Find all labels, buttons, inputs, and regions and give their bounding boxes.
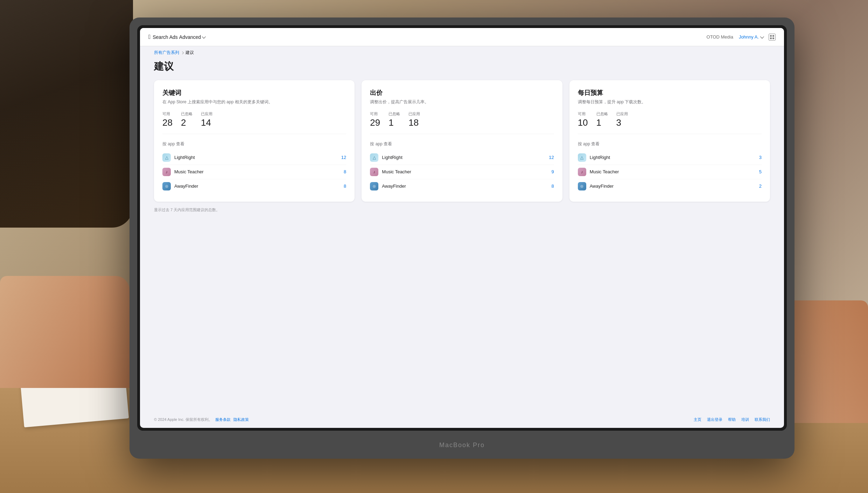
- daily-budget-apps-header: 按 app 查看: [578, 141, 762, 147]
- daily-budget-app-musicteacher[interactable]: ♪ Music Teacher 5: [578, 165, 762, 179]
- bids-app-lightright[interactable]: △ LightRight 12: [370, 151, 554, 165]
- lightright-icon-budget: △: [578, 153, 586, 162]
- musicteacher-icon-budget: ♪: [578, 168, 586, 176]
- svg-rect-0: [770, 35, 772, 37]
- keywords-app-lightright[interactable]: △ LightRight 12: [162, 151, 346, 165]
- keywords-stats: 可用 28 已忽略 2 已应用 14: [162, 111, 346, 134]
- nav-right: OTOD Media Johnny A.: [707, 34, 776, 41]
- nav-mode[interactable]: Advanced: [179, 34, 205, 40]
- awayfinder-icon-budget: ◎: [578, 182, 586, 190]
- advanced-chevron-icon: [202, 34, 206, 38]
- keywords-stat-applied: 已应用 14: [201, 111, 212, 128]
- bids-card-title: 出价: [370, 89, 554, 97]
- awayfinder-icon-bids: ◎: [370, 182, 378, 190]
- left-hand: [0, 276, 130, 388]
- grid-view-button[interactable]: [769, 34, 776, 41]
- daily-budget-app-awayfinder[interactable]: ◎ AwayFinder 2: [578, 179, 762, 193]
- awayfinder-icon: ◎: [162, 182, 171, 190]
- daily-budget-card-title: 每日预算: [578, 89, 762, 97]
- lightright-icon-bids: △: [370, 153, 378, 162]
- bids-apps-header: 按 app 查看: [370, 141, 554, 147]
- breadcrumb-current: 建议: [186, 50, 194, 56]
- bids-app-awayfinder[interactable]: ◎ AwayFinder 8: [370, 179, 554, 193]
- laptop-shell:  Search Ads Advanced OTOD Media Johnny …: [130, 18, 794, 459]
- nav-product-name: Search Ads: [153, 34, 178, 40]
- svg-rect-1: [772, 35, 774, 37]
- cards-area: 关键词 在 App Store 上搜索应用中与您的 app 相关的更多关键词。 …: [140, 80, 784, 202]
- bids-stat-applied: 已应用 18: [408, 111, 420, 128]
- keywords-apps-header: 按 app 查看: [162, 141, 346, 147]
- keywords-card-title: 关键词: [162, 89, 346, 97]
- daily-budget-stat-applied: 已应用 3: [616, 111, 628, 128]
- musicteacher-icon: ♪: [162, 168, 171, 176]
- footer-signout-link[interactable]: 退出登录: [707, 417, 722, 422]
- privacy-link[interactable]: 隐私政策: [233, 417, 249, 422]
- nav-logo:  Search Ads: [148, 34, 178, 41]
- copyright-text: © 2024 Apple Inc. 保留所有权利。: [154, 417, 212, 422]
- svg-rect-3: [772, 37, 774, 39]
- terms-link[interactable]: 服务条款: [215, 417, 231, 422]
- daily-budget-stats: 可用 10 已忽略 1 已应用 3: [578, 111, 762, 134]
- bids-stat-available: 可用 29: [370, 111, 380, 128]
- keywords-stat-available: 可用 28: [162, 111, 173, 128]
- keywords-card-desc: 在 App Store 上搜索应用中与您的 app 相关的更多关键词。: [162, 99, 346, 105]
- keywords-stat-ignored: 已忽略 2: [181, 111, 192, 128]
- breadcrumb-parent[interactable]: 所有广告系列: [154, 50, 179, 56]
- apple-icon: : [148, 34, 150, 41]
- breadcrumb-separator-icon: [181, 51, 184, 54]
- bids-card: 出价 调整出价，提高广告展示几率。 可用 29 已忽略 1 已应用: [362, 80, 562, 202]
- daily-budget-app-lightright[interactable]: △ LightRight 3: [578, 151, 762, 165]
- breadcrumb: 所有广告系列 建议: [140, 46, 784, 57]
- footer-help-link[interactable]: 帮助: [728, 417, 736, 422]
- bids-app-musicteacher[interactable]: ♪ Music Teacher 9: [370, 165, 554, 179]
- person-left-silhouette: [0, 0, 133, 228]
- page-title: 建议: [140, 57, 784, 80]
- footer-note: 显示过去 7 天内应用范围建议的总数。: [140, 202, 784, 216]
- footer-training-link[interactable]: 培训: [741, 417, 749, 422]
- laptop-screen:  Search Ads Advanced OTOD Media Johnny …: [137, 25, 787, 431]
- footer-contact-link[interactable]: 联系我们: [755, 417, 770, 422]
- footer-right: 主页 退出登录 帮助 培训 联系我们: [694, 417, 770, 422]
- musicteacher-icon-bids: ♪: [370, 168, 378, 176]
- daily-budget-stat-available: 可用 10: [578, 111, 588, 128]
- footer-left: © 2024 Apple Inc. 保留所有权利。 服务条款 隐私政策: [154, 417, 249, 422]
- user-chevron-icon: [760, 34, 764, 38]
- macbook-label: MacBook Pro: [439, 442, 485, 449]
- bids-stats: 可用 29 已忽略 1 已应用 18: [370, 111, 554, 134]
- svg-rect-2: [770, 37, 772, 39]
- bids-card-desc: 调整出价，提高广告展示几率。: [370, 99, 554, 105]
- bids-stat-ignored: 已忽略 1: [388, 111, 400, 128]
- bottom-footer: © 2024 Apple Inc. 保留所有权利。 服务条款 隐私政策 主页 退…: [140, 411, 784, 428]
- keywords-app-musicteacher[interactable]: ♪ Music Teacher 8: [162, 165, 346, 179]
- nav-user[interactable]: Johnny A.: [739, 34, 763, 40]
- daily-budget-stat-ignored: 已忽略 1: [596, 111, 608, 128]
- footer-home-link[interactable]: 主页: [694, 417, 701, 422]
- lightright-icon: △: [162, 153, 171, 162]
- daily-budget-card-desc: 调整每日预算，提升 app 下载次数。: [578, 99, 762, 105]
- keywords-app-awayfinder[interactable]: ◎ AwayFinder 8: [162, 179, 346, 193]
- daily-budget-card: 每日预算 调整每日预算，提升 app 下载次数。 可用 10 已忽略 1 已应用: [569, 80, 770, 202]
- nav-org: OTOD Media: [707, 34, 733, 40]
- keywords-card: 关键词 在 App Store 上搜索应用中与您的 app 相关的更多关键词。 …: [154, 80, 355, 202]
- screen-content:  Search Ads Advanced OTOD Media Johnny …: [140, 28, 784, 428]
- nav-bar:  Search Ads Advanced OTOD Media Johnny …: [140, 28, 784, 46]
